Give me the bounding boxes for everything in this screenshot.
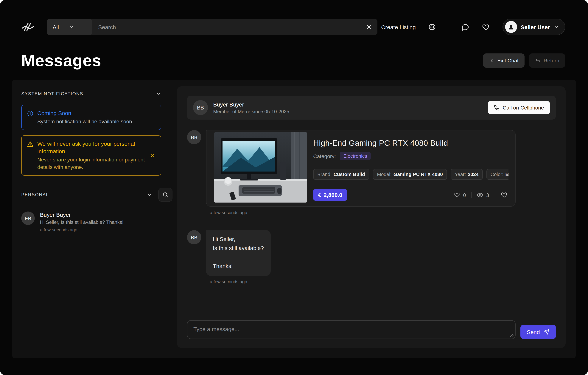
close-icon[interactable] [149,152,157,159]
conversation-time: a few seconds ago [40,227,124,232]
header-divider [449,23,449,31]
likes-count: 0 [463,192,466,198]
favorite-heart-button[interactable] [500,190,508,199]
chevron-left-icon [489,58,494,63]
views-count: 3 [486,192,489,198]
top-bar-actions: Create Listing Seller User [381,19,565,35]
message-timestamp: a few seconds ago [210,279,271,284]
personal-label: PERSONAL [21,192,49,197]
message-bubble: Hi Seller, Is this still available? Than… [206,230,271,276]
product-image [214,132,307,203]
product-stats: 0 3 [454,190,508,199]
spec-chip-row: Brand:Custom Build Model:Gaming PC RTX 4… [313,169,508,180]
chevron-down-icon[interactable] [147,192,152,198]
message-list: BB [187,130,556,311]
currency-symbol: € [318,192,321,198]
search-category-value: All [53,24,59,30]
top-bar: All Create Listing [21,18,565,35]
price-badge: € 2,800.0 [313,189,347,201]
conversation-avatar: EB [21,211,35,225]
exit-chat-label: Exit Chat [497,57,519,64]
category-chip[interactable]: Electronics [340,152,371,160]
spec-chip-model: Model:Gaming PC RTX 4080 [373,169,447,180]
message-avatar: BB [187,230,201,244]
spec-chip-color: Color:Black [486,169,508,180]
message-timestamp: a few seconds ago [210,210,515,215]
user-menu[interactable]: Seller User [502,19,565,35]
page-title: Messages [21,51,101,70]
conversation-name: Buyer Buyer [40,211,124,218]
search-category-dropdown[interactable]: All [47,19,92,35]
system-notifications-label: SYSTEM NOTIFICATIONS [21,91,83,96]
send-button[interactable]: Send [520,325,556,339]
call-button-label: Call on Cellphone [503,105,544,110]
security-warning-body: Never share your login information or pa… [37,156,147,171]
globe-icon[interactable] [428,23,436,31]
coming-soon-title: Coming Soon [37,110,134,117]
chat-card: BB Buyer Buyer Member of Merre since 05-… [177,86,566,348]
category-label: Category: [313,153,336,159]
logo-icon[interactable] [21,21,35,33]
conversation-search-button[interactable] [158,188,172,202]
message-line: Hi Seller, [213,235,264,244]
peer-avatar: BB [193,100,208,115]
conversation-preview: Hi Seller, Is this still available? Than… [40,219,124,225]
heart-icon [454,192,461,198]
chat-header: BB Buyer Buyer Member of Merre since 05-… [187,96,556,120]
security-warning-notice: We will never ask you for your personal … [21,135,161,176]
chevron-down-icon [156,91,161,96]
chevron-down-icon [554,24,559,30]
message-line [213,253,264,262]
system-notifications-section-header[interactable]: SYSTEM NOTIFICATIONS [21,91,161,96]
exit-chat-button[interactable]: Exit Chat [483,54,525,68]
spec-chip-year: Year:2024 [451,169,483,180]
send-label: Send [527,329,540,335]
eye-icon [477,191,483,198]
phone-icon [494,105,500,110]
conversations-sidebar: SYSTEM NOTIFICATIONS Coming Soon System … [12,80,170,358]
search-icon [162,192,168,198]
return-label: Return [544,57,559,64]
text-message: BB Hi Seller, Is this still available? T… [187,230,556,284]
product-title: High-End Gaming PC RTX 4080 Build [313,139,508,148]
chevron-down-icon [69,24,74,30]
app-window: All Create Listing [0,0,588,375]
coming-soon-notice: Coming Soon System notification will be … [21,105,161,130]
messages-icon[interactable] [461,23,470,31]
peer-name: Buyer Buyer [213,101,289,107]
message-composer: Send [187,320,556,339]
price-value: 2,800.0 [324,192,342,198]
user-avatar-icon [505,21,517,33]
warning-icon [27,141,34,171]
stats-divider [471,192,472,198]
messages-panel: SYSTEM NOTIFICATIONS Coming Soon System … [12,80,576,358]
call-on-cellphone-button[interactable]: Call on Cellphone [488,101,550,114]
search-bar: All [47,19,378,35]
message-avatar: BB [187,130,201,144]
likes-stat: 0 [454,192,466,198]
views-stat: 3 [477,191,489,198]
conversation-list-item[interactable]: EB Buyer Buyer Hi Seller, Is this still … [21,211,161,232]
search-clear-button[interactable] [363,21,374,33]
message-line: Is this still available? [213,244,264,253]
favorites-heart-icon[interactable] [482,23,490,31]
product-message: BB [187,130,556,215]
page-actions: Exit Chat Return [483,54,565,68]
peer-member-since: Member of Merre since 05-10-2025 [213,109,289,114]
message-line: Thanks! [213,262,264,271]
spec-chip-brand: Brand:Custom Build [313,169,369,180]
user-name: Seller User [521,24,550,30]
personal-section-header: PERSONAL [21,188,172,202]
info-icon [27,110,34,125]
return-arrow-icon [535,58,541,63]
page-header: Messages Exit Chat Return [21,51,565,70]
message-input[interactable] [187,320,515,339]
coming-soon-body: System notification will be available so… [37,118,134,125]
return-button[interactable]: Return [529,54,565,68]
security-warning-title: We will never ask you for your personal … [37,140,147,155]
create-listing-link[interactable]: Create Listing [381,24,416,30]
product-card[interactable]: High-End Gaming PC RTX 4080 Build Catego… [206,130,515,207]
paper-plane-icon [544,329,550,335]
search-input[interactable] [92,19,363,35]
